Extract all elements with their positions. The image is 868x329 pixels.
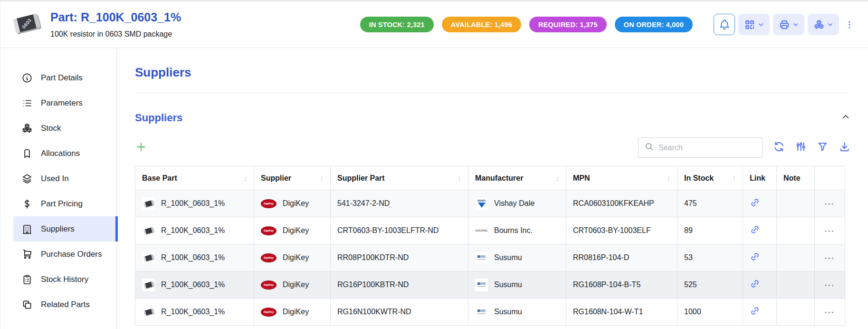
sidebar-item-suppliers[interactable]: Suppliers [13, 216, 116, 242]
supplier-part-number: 541-3247-2-ND [337, 199, 390, 207]
column-header-supplier[interactable]: Supplier↕ [254, 166, 331, 190]
mpn-value: RCA0603100KFKEAHP [573, 199, 654, 207]
column-header-supplier-part[interactable]: Supplier Part↕ [331, 166, 468, 190]
filter-icon [817, 141, 829, 155]
sidebar-item-stock-history[interactable]: Stock History [13, 267, 116, 292]
required-badge: REQUIRED: 1,375 [529, 17, 607, 32]
row-actions-button[interactable]: ●●● [821, 256, 838, 260]
in-stock-cell: 525 [677, 271, 743, 299]
download-button[interactable] [839, 141, 850, 155]
supplier-part-row[interactable]: R_100K_0603_1%DigiKeyDigiKeyRG16P100KBTR… [135, 271, 845, 299]
row-actions-button[interactable]: ●●● [821, 310, 838, 314]
column-label: In Stock [684, 174, 714, 183]
add-supplier-part-button[interactable] [135, 141, 147, 155]
suppliers-panel-header: Suppliers [135, 112, 850, 124]
sidebar-item-label: Part Details [41, 73, 83, 83]
sidebar-item-label: Stock History [41, 275, 88, 284]
plus-icon [135, 141, 147, 155]
supplier-cell: DigiKeyDigiKey [254, 299, 331, 326]
collapse-panel-button[interactable] [841, 112, 850, 124]
manufacturer-name: Susumu [494, 253, 522, 262]
available-badge: AVAILABLE: 1,496 [442, 17, 521, 32]
search-icon [644, 142, 654, 154]
download-icon [839, 141, 850, 155]
sidebar-item-label: Part Pricing [41, 199, 83, 209]
actions-cell: ●●● [815, 217, 845, 244]
manufacturer-cell: SUSUMUSusumu [468, 271, 566, 299]
printer-icon [779, 19, 790, 30]
column-label: Note [783, 174, 801, 183]
link-cell [743, 190, 777, 217]
in-stock-badge: IN STOCK: 2,321 [360, 17, 434, 32]
supplier-name: DigiKey [283, 308, 309, 316]
section-divider [135, 93, 850, 93]
supplier-part-cell: RR08P100KDTR-ND [331, 244, 468, 271]
row-actions-button[interactable]: ●●● [821, 283, 838, 287]
sidebar-item-stock[interactable]: Stock [13, 116, 116, 141]
supplier-part-row[interactable]: R_100K_0603_1%DigiKeyDigiKeyRR08P100KDTR… [135, 244, 845, 271]
column-header-base-part[interactable]: Base Part↕ [135, 166, 254, 190]
refresh-icon [773, 141, 785, 155]
sidebar-item-related-parts[interactable]: Related Parts [13, 292, 116, 317]
row-actions-button[interactable]: ●●● [821, 202, 838, 205]
chevron-down-icon [827, 21, 834, 28]
chevron-up-icon [841, 112, 850, 124]
supplier-part-row[interactable]: R_100K_0603_1%DigiKeyDigiKey541-3247-2-N… [135, 190, 845, 217]
mpn-cell: RG1608N-104-W-T1 [566, 299, 677, 326]
column-header-link: Link [743, 166, 777, 190]
supplier-part-number: RG16P100KBTR-ND [337, 281, 409, 289]
more-options-button[interactable] [842, 14, 857, 35]
base-part-cell: R_100K_0603_1% [135, 271, 254, 299]
in-stock-value: 1000 [684, 308, 701, 316]
supplier-link[interactable] [750, 224, 760, 237]
row-actions-button[interactable]: ●●● [821, 229, 838, 232]
link-icon [750, 279, 760, 291]
sidebar-item-allocations[interactable]: Allocations [13, 141, 116, 166]
sidebar-item-parameters[interactable]: Parameters [13, 90, 116, 116]
supplier-link[interactable] [750, 279, 760, 291]
main-content: Suppliers Suppliers [117, 48, 868, 329]
supplier-link[interactable] [750, 252, 760, 264]
section-title: Suppliers [135, 65, 850, 80]
in-stock-cell: 53 [677, 244, 743, 271]
supplier-part-row[interactable]: R_100K_0603_1%DigiKeyDigiKeyCRT0603-BY-1… [135, 217, 845, 244]
column-header-in-stock[interactable]: In Stock↕ [677, 166, 743, 190]
subscribe-button[interactable] [714, 14, 735, 35]
supplier-cell: DigiKeyDigiKey [254, 271, 331, 299]
search-input[interactable] [658, 144, 757, 152]
sidebar-item-part-details[interactable]: Part Details [13, 65, 116, 90]
table-columns-button[interactable] [795, 141, 807, 155]
on-order-badge: ON ORDER: 4,000 [615, 17, 693, 32]
chevron-down-icon [757, 21, 764, 28]
sidebar-item-label: Suppliers [41, 224, 75, 234]
part-thumbnail [142, 306, 155, 319]
column-header-manufacturer[interactable]: Manufacturer↕ [468, 166, 566, 190]
stock-actions-icon [813, 19, 825, 30]
refresh-button[interactable] [773, 141, 785, 155]
mpn-value: RG1608P-104-B-T5 [573, 281, 640, 289]
base-part-cell: R_100K_0603_1% [135, 217, 254, 244]
stock-actions-button[interactable] [808, 14, 839, 35]
sidebar-item-used-in[interactable]: Used In [13, 166, 116, 191]
stock-badges: IN STOCK: 2,321AVAILABLE: 1,496REQUIRED:… [360, 17, 693, 32]
note-cell [777, 299, 815, 326]
column-header-mpn[interactable]: MPN↕ [566, 166, 677, 190]
suppliers-panel-title: Suppliers [135, 112, 182, 124]
manufacturer-cell: SUSUMUSusumu [468, 244, 566, 271]
resistor-icon [143, 281, 153, 289]
actions-cell: ●●● [815, 271, 845, 299]
barcode-actions-button[interactable] [738, 14, 770, 35]
filter-button[interactable] [817, 141, 829, 155]
part-sidebar: Part DetailsParametersStockAllocationsUs… [0, 48, 117, 329]
sidebar-item-part-pricing[interactable]: Part Pricing [13, 191, 116, 216]
print-actions-button[interactable] [773, 14, 804, 35]
sidebar-item-purchase-orders[interactable]: Purchase Orders [13, 242, 116, 267]
supplier-parts-table: Base Part↕Supplier↕Supplier Part↕Manufac… [135, 166, 845, 326]
note-cell [777, 271, 815, 299]
sort-icon: ↕ [667, 174, 671, 182]
supplier-link[interactable] [750, 306, 760, 318]
table-header-row: Base Part↕Supplier↕Supplier Part↕Manufac… [135, 166, 845, 190]
supplier-link[interactable] [750, 197, 760, 210]
link-cell [743, 217, 777, 244]
supplier-part-row[interactable]: R_100K_0603_1%DigiKeyDigiKeyRG16N100KWTR… [135, 299, 845, 326]
